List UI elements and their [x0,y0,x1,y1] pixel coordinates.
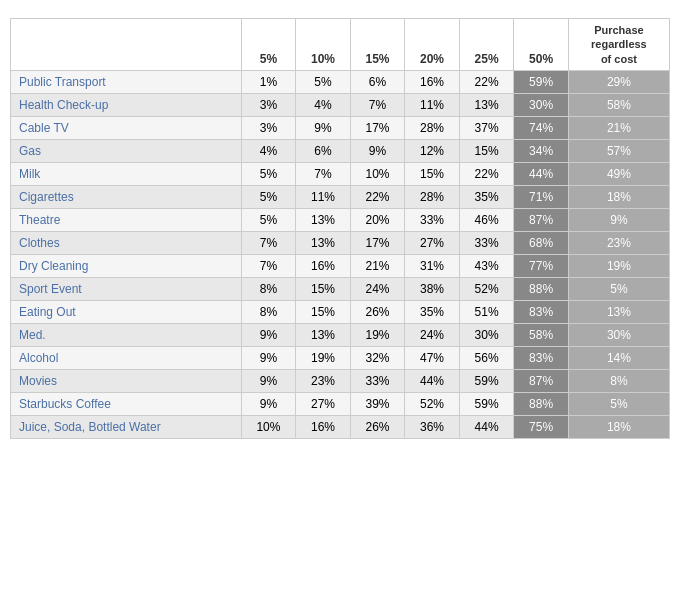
data-cell: 8% [241,277,296,300]
data-cell: 16% [296,415,351,438]
data-cell: 14% [568,346,669,369]
data-cell: 52% [459,277,514,300]
data-cell: 33% [405,208,460,231]
data-cell: 88% [514,392,569,415]
table-row: Public Transport1%5%6%16%22%59%29% [11,70,670,93]
data-cell: 16% [405,70,460,93]
col-5pct-header: 5% [241,19,296,71]
data-cell: 5% [241,162,296,185]
row-label: Cigarettes [11,185,242,208]
data-cell: 5% [241,185,296,208]
data-cell: 51% [459,300,514,323]
label-header [11,19,242,71]
data-cell: 75% [514,415,569,438]
data-cell: 23% [296,369,351,392]
data-cell: 7% [241,254,296,277]
table-row: Alcohol9%19%32%47%56%83%14% [11,346,670,369]
row-label: Milk [11,162,242,185]
data-cell: 68% [514,231,569,254]
table-row: Cigarettes5%11%22%28%35%71%18% [11,185,670,208]
data-cell: 21% [568,116,669,139]
data-cell: 3% [241,116,296,139]
data-cell: 10% [241,415,296,438]
col-25pct-header: 25% [459,19,514,71]
row-label: Sport Event [11,277,242,300]
data-cell: 6% [350,70,405,93]
data-cell: 52% [405,392,460,415]
data-cell: 28% [405,116,460,139]
data-table: 5% 10% 15% 20% 25% 50% Purchaseregardles… [10,18,670,439]
table-row: Sport Event8%15%24%38%52%88%5% [11,277,670,300]
table-row: Cable TV3%9%17%28%37%74%21% [11,116,670,139]
col-50pct-header: 50% [514,19,569,71]
row-label: Starbucks Coffee [11,392,242,415]
row-label: Gas [11,139,242,162]
data-cell: 3% [241,93,296,116]
table-row: Gas4%6%9%12%15%34%57% [11,139,670,162]
data-cell: 87% [514,208,569,231]
data-cell: 58% [514,323,569,346]
data-cell: 13% [296,323,351,346]
data-cell: 15% [459,139,514,162]
data-cell: 44% [459,415,514,438]
data-cell: 39% [350,392,405,415]
data-cell: 34% [514,139,569,162]
data-cell: 5% [568,392,669,415]
data-cell: 13% [296,208,351,231]
data-cell: 26% [350,300,405,323]
data-cell: 19% [568,254,669,277]
data-cell: 77% [514,254,569,277]
data-cell: 19% [296,346,351,369]
row-label: Cable TV [11,116,242,139]
data-cell: 5% [568,277,669,300]
table-row: Starbucks Coffee9%27%39%52%59%88%5% [11,392,670,415]
row-label: Dry Cleaning [11,254,242,277]
data-cell: 13% [459,93,514,116]
data-cell: 22% [459,162,514,185]
row-label: Theatre [11,208,242,231]
table-row: Milk5%7%10%15%22%44%49% [11,162,670,185]
data-cell: 9% [296,116,351,139]
data-cell: 83% [514,300,569,323]
data-cell: 30% [459,323,514,346]
data-cell: 5% [296,70,351,93]
data-cell: 7% [241,231,296,254]
data-cell: 33% [459,231,514,254]
row-label: Med. [11,323,242,346]
data-cell: 74% [514,116,569,139]
data-cell: 7% [350,93,405,116]
table-row: Dry Cleaning7%16%21%31%43%77%19% [11,254,670,277]
row-label: Health Check-up [11,93,242,116]
data-cell: 59% [459,392,514,415]
table-row: Juice, Soda, Bottled Water10%16%26%36%44… [11,415,670,438]
data-cell: 12% [405,139,460,162]
data-cell: 13% [568,300,669,323]
data-cell: 26% [350,415,405,438]
data-cell: 15% [296,300,351,323]
row-label: Eating Out [11,300,242,323]
data-cell: 22% [459,70,514,93]
row-label: Clothes [11,231,242,254]
data-cell: 58% [568,93,669,116]
data-cell: 20% [350,208,405,231]
data-cell: 35% [405,300,460,323]
data-cell: 17% [350,116,405,139]
data-cell: 71% [514,185,569,208]
data-cell: 23% [568,231,669,254]
data-cell: 9% [241,346,296,369]
data-cell: 9% [241,323,296,346]
data-cell: 21% [350,254,405,277]
data-cell: 59% [459,369,514,392]
data-cell: 87% [514,369,569,392]
data-cell: 4% [241,139,296,162]
data-cell: 59% [514,70,569,93]
col-15pct-header: 15% [350,19,405,71]
data-cell: 24% [405,323,460,346]
data-cell: 24% [350,277,405,300]
data-cell: 16% [296,254,351,277]
data-cell: 4% [296,93,351,116]
data-cell: 9% [568,208,669,231]
data-cell: 6% [296,139,351,162]
data-cell: 27% [296,392,351,415]
table-row: Health Check-up3%4%7%11%13%30%58% [11,93,670,116]
